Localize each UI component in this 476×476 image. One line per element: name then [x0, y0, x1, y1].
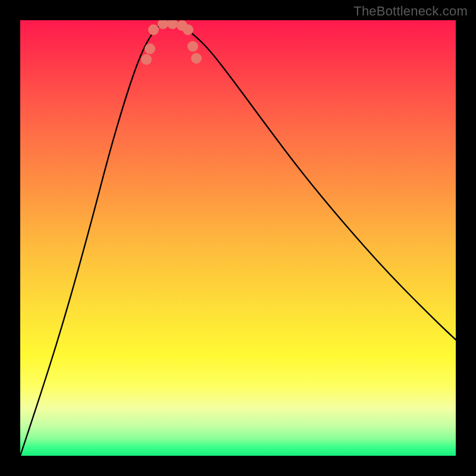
watermark-text: TheBottleneck.com — [353, 4, 468, 19]
outer-frame: TheBottleneck.com — [0, 0, 476, 476]
highlight-marker — [148, 24, 159, 35]
highlight-marker — [141, 54, 152, 65]
bottleneck-curve-path — [20, 24, 456, 456]
chart-svg — [20, 20, 456, 456]
highlight-marker-group — [141, 20, 202, 65]
highlight-marker — [183, 24, 193, 35]
plot-area — [20, 20, 456, 456]
highlight-marker — [191, 53, 202, 64]
highlight-marker — [167, 20, 178, 29]
highlight-marker — [145, 43, 155, 54]
highlight-marker — [187, 41, 198, 52]
highlight-marker — [158, 20, 168, 29]
